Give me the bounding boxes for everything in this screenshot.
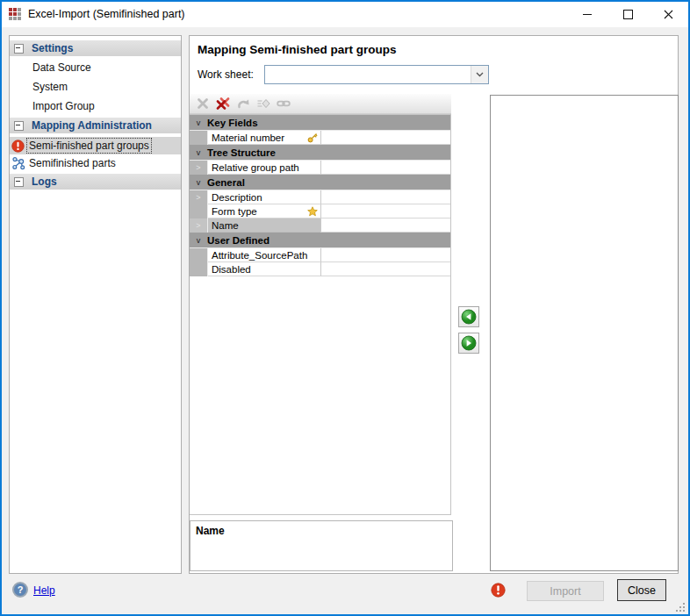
table-row-attribute-sourcepath[interactable]: Attribute_SourcePath [190,248,450,262]
name-box: Name [190,520,453,571]
delete-icon[interactable] [196,97,210,111]
sidebar-item-semifinished-parts[interactable]: Semifinished parts [10,154,181,172]
table-row-relative-group-path[interactable]: > Relative group path [190,161,450,175]
table-row-form-type[interactable]: Form type [190,204,450,218]
row-chevron-icon: > [196,193,200,202]
undo-icon[interactable] [236,97,250,111]
mapping-value-cell[interactable] [320,161,450,175]
chevron-down-icon: v [190,118,207,127]
table-row-disabled[interactable]: Disabled [190,262,450,276]
name-box-label: Name [196,525,447,537]
help-icon: ? [12,582,28,598]
key-icon [307,133,318,143]
close-window-button[interactable] [648,2,688,27]
sidebar: Settings Data Source System Import Group… [9,35,182,574]
maximize-button[interactable] [607,2,648,27]
group-header-key-fields[interactable]: v Key Fields [190,115,450,131]
title-bar: Excel-Import (Semifinished part) [2,2,688,27]
page-title: Mapping Semi-finished part groups [198,43,397,56]
group-header-general[interactable]: v General [190,175,450,190]
source-columns-list[interactable] [490,95,679,571]
worksheet-label: Work sheet: [198,68,254,81]
row-chevron-icon: > [196,163,200,172]
close-button[interactable]: Close [617,579,666,601]
resize-grip[interactable] [675,602,686,612]
import-button[interactable]: Import [527,581,604,601]
link-icon[interactable] [277,97,291,111]
collapse-icon[interactable] [14,44,24,54]
molecule-icon [11,156,25,170]
sidebar-item-import-group[interactable]: Import Group [10,97,181,116]
delete-all-icon[interactable] [216,97,230,111]
arrow-left-icon [461,309,477,325]
sidebar-item-system[interactable]: System [10,77,181,97]
sidebar-item-data-source[interactable]: Data Source [10,58,181,77]
app-icon [9,8,22,21]
mapping-table: v Key Fields Material number v Tree Stru… [190,114,451,515]
close-icon [664,10,673,19]
mapping-value-cell[interactable] [320,262,450,276]
table-row-material-number[interactable]: Material number [190,131,450,145]
sidebar-section-logs[interactable]: Logs [10,174,181,190]
collapse-icon[interactable] [14,177,24,187]
excel-import-window: Excel-Import (Semifinished part) Setting… [0,0,690,616]
main-panel: Mapping Semi-finished part groups Work s… [189,35,679,574]
mapping-value-cell[interactable] [320,218,450,233]
sidebar-item-semi-finished-part-groups[interactable]: Semi-finished part groups [10,137,181,154]
error-icon [11,140,25,153]
row-chevron-icon: > [196,221,200,230]
window-title: Excel-Import (Semifinished part) [28,2,185,27]
move-right-button[interactable] [458,333,479,354]
sidebar-section-settings[interactable]: Settings [10,40,181,56]
mapping-value-cell[interactable] [320,131,450,145]
chevron-down-icon: v [190,236,207,245]
table-row-name[interactable]: > Name [190,218,450,233]
minimize-icon [583,14,592,15]
table-row-description[interactable]: > Description [190,190,450,204]
help-link[interactable]: Help [33,584,55,597]
chevron-down-icon [476,72,484,77]
automap-icon[interactable] [256,97,270,111]
mapping-value-cell[interactable] [320,190,450,204]
minimize-button[interactable] [567,2,607,27]
worksheet-combobox[interactable] [264,65,489,84]
import-error-icon [491,583,506,598]
combobox-dropdown-button[interactable] [471,66,488,83]
group-header-user-defined[interactable]: v User Defined [190,233,450,248]
move-left-button[interactable] [458,306,479,327]
collapse-icon[interactable] [14,121,24,131]
sidebar-section-mapping-administration[interactable]: Mapping Administration [10,118,181,133]
star-icon [307,206,318,217]
mapping-value-cell[interactable] [320,204,450,218]
group-header-tree-structure[interactable]: v Tree Structure [190,145,450,161]
worksheet-value [265,66,471,83]
mapping-value-cell[interactable] [320,248,450,262]
chevron-down-icon: v [190,178,207,187]
mapping-toolbar [190,94,451,114]
arrow-right-icon [461,335,477,351]
maximize-icon [623,10,633,19]
chevron-down-icon: v [190,148,207,157]
